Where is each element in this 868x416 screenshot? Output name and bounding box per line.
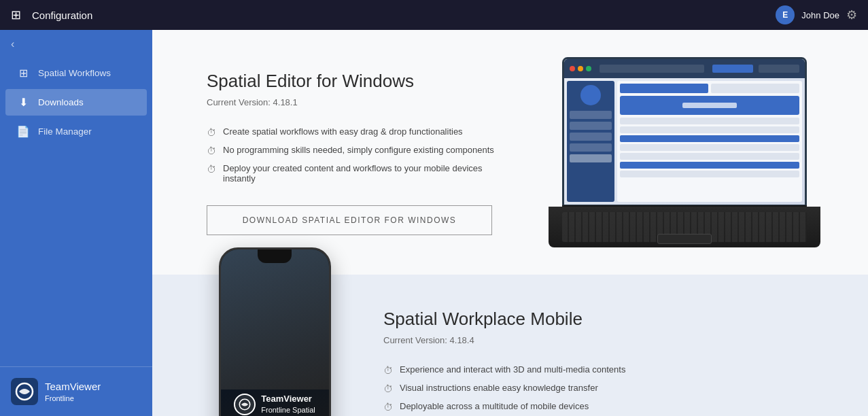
sidebar-item-label: Spatial Workflows: [38, 68, 111, 78]
mobile-feature-1: ⏱ Experience and interact with 3D and mu…: [383, 364, 827, 376]
feature-text-2: No programming skills needed, simply con…: [223, 145, 494, 155]
feature-icon-2: ⏱: [207, 145, 216, 156]
brand-team: Team: [45, 381, 70, 392]
screen-sidebar-nav: [567, 81, 614, 202]
workflows-icon: ⊞: [16, 67, 30, 80]
mobile-features: ⏱ Experience and interact with 3D and mu…: [383, 364, 827, 413]
windows-version: Current Version: 4.18.1: [207, 97, 515, 107]
phone-mockup: TeamViewer Frontline Spatial: [219, 247, 331, 416]
phone-background-person: [221, 249, 329, 389]
content-area: Spatial Editor for Windows Current Versi…: [152, 30, 868, 416]
mobile-feature-text-3: Deployable across a multitude of mobile …: [400, 401, 589, 411]
windows-info: Spatial Editor for Windows Current Versi…: [207, 57, 515, 235]
navbar: ⊞ Configuration E John Doe ⚙: [0, 0, 868, 30]
windows-feature-2: ⏱ No programming skills needed, simply c…: [207, 145, 515, 156]
mobile-section: TeamViewer Frontline Spatial Spatial Wor…: [152, 275, 868, 416]
laptop-mockup: [549, 57, 820, 247]
phone-container: TeamViewer Frontline Spatial: [207, 247, 343, 416]
feature-icon-3: ⏱: [207, 164, 216, 175]
sidebar-item-downloads[interactable]: ⬇ Downloads: [5, 89, 147, 116]
windows-features: ⏱ Create spatial workflows with easy dra…: [207, 126, 515, 184]
feature-text-3: Deploy your created content and workflow…: [223, 163, 515, 184]
mobile-feature-icon-2: ⏱: [383, 383, 393, 394]
sidebar-item-label: File Manager: [38, 126, 92, 137]
laptop-base: [549, 207, 820, 247]
mobile-feature-3: ⏱ Deployable across a multitude of mobil…: [383, 401, 827, 413]
sidebar-bottom: TeamViewer Frontline: [0, 366, 152, 416]
sidebar-item-spatial-workflows[interactable]: ⊞ Spatial Workflows: [5, 60, 147, 86]
mobile-info: Spatial Workplace Mobile Current Version…: [383, 302, 827, 416]
phone-brand: TeamViewer: [261, 394, 312, 404]
file-manager-icon: 📄: [16, 125, 30, 138]
windows-feature-3: ⏱ Deploy your created content and workfl…: [207, 163, 515, 184]
windows-feature-1: ⏱ Create spatial workflows with easy dra…: [207, 126, 515, 138]
laptop-image: [542, 57, 827, 247]
mobile-title: Spatial Workplace Mobile: [383, 309, 827, 330]
screen-header: [564, 59, 805, 78]
sidebar-item-label: Downloads: [38, 97, 84, 107]
settings-icon[interactable]: ⚙: [846, 7, 857, 22]
sidebar: ‹ ⊞ Spatial Workflows ⬇ Downloads 📄 File…: [0, 30, 152, 416]
feature-icon-1: ⏱: [207, 127, 216, 138]
laptop-screen: [562, 57, 807, 207]
download-windows-button[interactable]: DOWNLOAD SPATIAL EDITOR FOR WINDOWS: [207, 205, 492, 235]
avatar: E: [776, 5, 795, 24]
sidebar-collapse-button[interactable]: ‹: [0, 30, 152, 58]
downloads-icon: ⬇: [16, 96, 30, 109]
mobile-feature-text-2: Visual instructions enable easy knowledg…: [400, 383, 598, 393]
phone-logo: TeamViewer Frontline Spatial: [234, 394, 315, 415]
brand-name: TeamViewer: [45, 380, 101, 394]
screen-content: [564, 78, 805, 205]
navbar-title: Configuration: [32, 10, 776, 21]
mobile-feature-icon-1: ⏱: [383, 365, 393, 376]
mobile-feature-text-1: Experience and interact with 3D and mult…: [400, 364, 625, 375]
navbar-right: E John Doe ⚙: [776, 5, 857, 24]
teamviewer-logo-icon: [11, 378, 38, 405]
phone-sub: Frontline Spatial: [261, 406, 315, 414]
laptop-trackpad: [657, 234, 712, 244]
phone-logo-text: TeamViewer Frontline Spatial: [261, 394, 315, 415]
mobile-feature-icon-3: ⏱: [383, 402, 393, 413]
phone-screen: TeamViewer Frontline Spatial: [221, 249, 329, 416]
user-name: John Doe: [801, 10, 839, 20]
screen-dot-red: [570, 66, 575, 71]
brand-viewer: Viewer: [70, 381, 101, 392]
sidebar-item-file-manager[interactable]: 📄 File Manager: [5, 118, 147, 145]
mobile-version: Current Version: 4.18.4: [383, 335, 827, 345]
screen-dot-green: [586, 66, 591, 71]
feature-text-1: Create spatial workflows with easy drag …: [223, 126, 463, 137]
teamviewer-logo-text: TeamViewer Frontline: [45, 380, 101, 403]
grid-icon[interactable]: ⊞: [11, 7, 21, 22]
brand-sub: Frontline: [45, 394, 101, 403]
windows-section: Spatial Editor for Windows Current Versi…: [152, 30, 868, 275]
screen-main-content: [617, 81, 802, 202]
main-layout: ‹ ⊞ Spatial Workflows ⬇ Downloads 📄 File…: [0, 30, 868, 416]
mobile-feature-2: ⏱ Visual instructions enable easy knowle…: [383, 383, 827, 394]
screen-dot-yellow: [578, 66, 583, 71]
phone-logo-circle: [234, 394, 256, 415]
phone-notch: [258, 249, 292, 263]
windows-title: Spatial Editor for Windows: [207, 71, 515, 92]
